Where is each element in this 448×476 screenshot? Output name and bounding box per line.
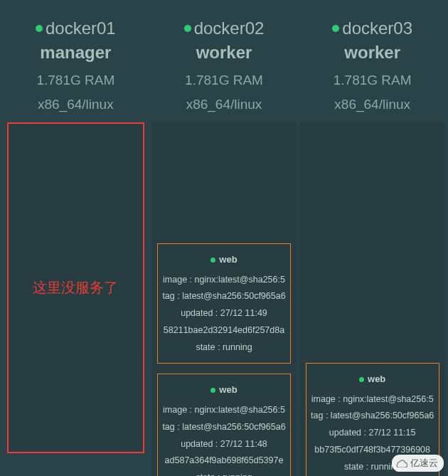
node-tasks-area: web image : nginx:latest@sha256:5 tag : … bbox=[151, 122, 297, 476]
node-role: worker bbox=[151, 43, 297, 63]
task-tag: tag : latest@sha256:50cf965a6 bbox=[309, 408, 436, 425]
node-ram: 1.781G RAM bbox=[299, 73, 445, 88]
task-service: web bbox=[219, 381, 237, 399]
node-role: manager bbox=[3, 43, 149, 63]
node-name: docker02 bbox=[194, 18, 265, 38]
node-column-docker02: docker02 worker 1.781G RAM x86_64/linux … bbox=[151, 6, 297, 476]
task-state: state : running bbox=[161, 470, 287, 476]
status-online-icon bbox=[36, 25, 43, 32]
node-header[interactable]: docker03 worker 1.781G RAM x86_64/linux bbox=[299, 6, 445, 112]
watermark-badge: 亿速云 bbox=[392, 455, 444, 472]
task-status-icon bbox=[359, 377, 364, 382]
task-image: image : nginx:latest@sha256:5 bbox=[161, 402, 287, 419]
status-online-icon bbox=[184, 25, 191, 32]
task-tag: tag : latest@sha256:50cf965a6 bbox=[161, 288, 287, 305]
watermark-text: 亿速云 bbox=[410, 457, 438, 470]
task-status-icon bbox=[210, 258, 215, 263]
task-updated: updated : 27/12 11:15 bbox=[309, 425, 436, 442]
task-tag: tag : latest@sha256:50cf965a6 bbox=[161, 419, 287, 436]
node-header[interactable]: docker02 worker 1.781G RAM x86_64/linux bbox=[151, 6, 297, 112]
task-id: 58211bae2d32914ed6f257d8a bbox=[161, 322, 287, 339]
node-ram: 1.781G RAM bbox=[151, 73, 297, 88]
empty-annotation-text: 这里没服务了 bbox=[33, 278, 118, 297]
node-arch: x86_64/linux bbox=[299, 97, 445, 112]
node-arch: x86_64/linux bbox=[151, 97, 297, 112]
node-name: docker03 bbox=[342, 18, 412, 38]
task-updated: updated : 27/12 11:49 bbox=[161, 305, 287, 322]
task-card[interactable]: web image : nginx:latest@sha256:5 tag : … bbox=[157, 243, 291, 364]
status-online-icon bbox=[332, 25, 339, 32]
task-status-icon bbox=[210, 388, 215, 393]
cloud-icon bbox=[396, 459, 407, 467]
task-state: state : running bbox=[161, 339, 287, 356]
node-role: worker bbox=[299, 43, 445, 63]
task-image: image : nginx:latest@sha256:5 bbox=[161, 272, 287, 289]
task-image: image : nginx:latest@sha256:5 bbox=[309, 391, 436, 408]
node-column-docker03: docker03 worker 1.781G RAM x86_64/linux … bbox=[299, 6, 445, 476]
node-name: docker01 bbox=[46, 18, 116, 38]
node-arch: x86_64/linux bbox=[3, 97, 149, 112]
task-service: web bbox=[219, 251, 237, 269]
empty-annotation-box: 这里没服务了 bbox=[7, 122, 144, 453]
task-updated: updated : 27/12 11:48 bbox=[161, 436, 287, 453]
node-ram: 1.781G RAM bbox=[3, 73, 149, 88]
node-header[interactable]: docker01 manager 1.781G RAM x86_64/linux bbox=[3, 6, 149, 112]
task-id: ad587a364f9ab698f65d5397e bbox=[161, 453, 287, 470]
node-column-docker01: docker01 manager 1.781G RAM x86_64/linux… bbox=[3, 6, 149, 476]
node-tasks-area: web image : nginx:latest@sha256:5 tag : … bbox=[299, 122, 445, 476]
task-card[interactable]: web image : nginx:latest@sha256:5 tag : … bbox=[157, 374, 291, 476]
task-service: web bbox=[368, 371, 385, 388]
cluster-nodes-row: docker01 manager 1.781G RAM x86_64/linux… bbox=[0, 6, 448, 476]
